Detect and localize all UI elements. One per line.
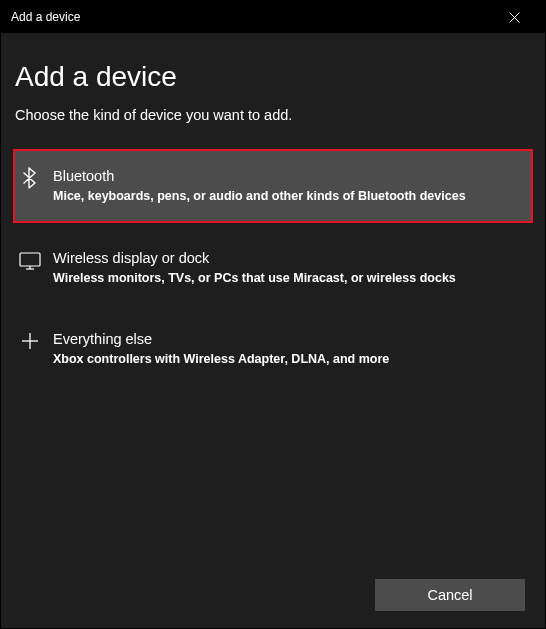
page-subtitle: Choose the kind of device you want to ad…: [13, 107, 533, 123]
option-everything-else[interactable]: Everything else Xbox controllers with Wi…: [13, 312, 533, 386]
option-title: Wireless display or dock: [53, 249, 525, 268]
titlebar: Add a device: [1, 1, 545, 33]
option-text: Bluetooth Mice, keyboards, pens, or audi…: [53, 167, 525, 205]
option-desc: Wireless monitors, TVs, or PCs that use …: [53, 270, 525, 287]
footer: Cancel: [1, 562, 545, 628]
option-title: Everything else: [53, 330, 525, 349]
option-bluetooth[interactable]: Bluetooth Mice, keyboards, pens, or audi…: [13, 149, 533, 223]
display-icon: [19, 249, 41, 271]
option-wireless-display[interactable]: Wireless display or dock Wireless monito…: [13, 231, 533, 305]
bluetooth-icon: [19, 167, 41, 189]
cancel-button[interactable]: Cancel: [375, 579, 525, 611]
device-options-list: Bluetooth Mice, keyboards, pens, or audi…: [13, 149, 533, 394]
plus-icon: [19, 330, 41, 352]
svg-rect-2: [20, 253, 40, 266]
option-desc: Mice, keyboards, pens, or audio and othe…: [53, 188, 525, 205]
option-desc: Xbox controllers with Wireless Adapter, …: [53, 351, 525, 368]
option-text: Wireless display or dock Wireless monito…: [53, 249, 525, 287]
titlebar-title: Add a device: [11, 10, 492, 24]
add-device-dialog: Add a device Add a device Choose the kin…: [0, 0, 546, 629]
content-area: Add a device Choose the kind of device y…: [1, 33, 545, 562]
page-title: Add a device: [13, 61, 533, 93]
close-icon: [509, 12, 520, 23]
option-title: Bluetooth: [53, 167, 525, 186]
option-text: Everything else Xbox controllers with Wi…: [53, 330, 525, 368]
close-button[interactable]: [492, 1, 537, 33]
